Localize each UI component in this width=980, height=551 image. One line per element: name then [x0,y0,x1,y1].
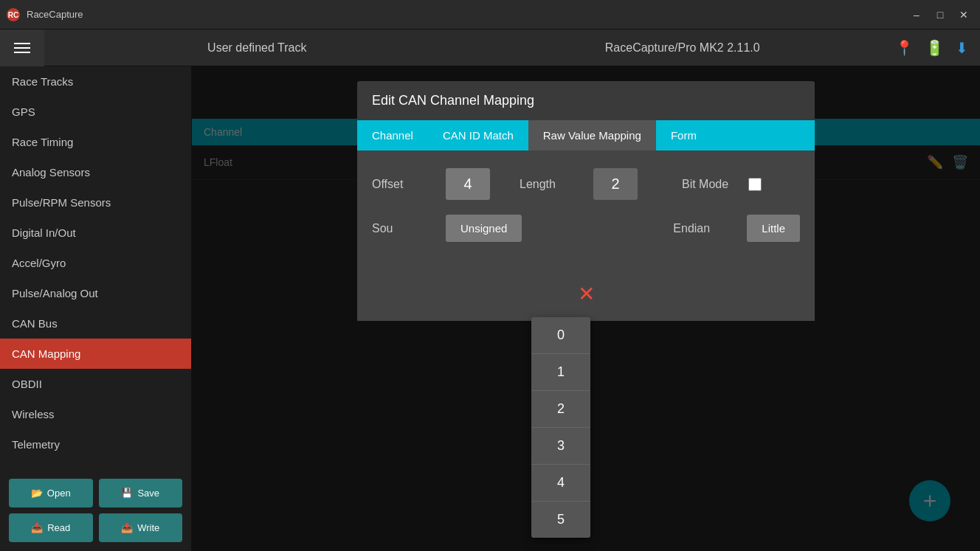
save-button[interactable]: 💾 Save [99,479,183,507]
dropdown-item-0[interactable]: 0 [531,317,590,354]
save-icon: 💾 [121,488,133,499]
write-button[interactable]: 📤 Write [99,513,183,542]
tab-can-id-match[interactable]: CAN ID Match [428,120,528,150]
device-label: RaceCapture/Pro MK2 2.11.0 [470,41,896,55]
tab-raw-value-mapping[interactable]: Raw Value Mapping [528,120,656,150]
sidebar-item-race-timing[interactable]: Race Timing [0,127,191,157]
location-icon[interactable]: 📍 [895,39,914,57]
read-label: Read [47,522,70,533]
title-bar: RC RaceCapture – □ ✕ [0,0,980,30]
hamburger-button[interactable] [0,30,44,66]
dropdown-item-2[interactable]: 2 [531,391,590,428]
dropdown-item-4[interactable]: 4 [531,465,590,502]
sidebar-item-can-bus[interactable]: CAN Bus [0,308,191,339]
title-bar-left: RC RaceCapture [6,7,83,22]
app-logo-icon: RC [6,7,21,22]
dropdown-item-3[interactable]: 3 [531,428,590,465]
minimize-button[interactable]: – [906,6,927,24]
sidebar-item-digital-inout[interactable]: Digital In/Out [0,218,191,248]
open-button[interactable]: 📂 Open [9,479,93,507]
tab-form[interactable]: Form [656,120,711,150]
sidebar-item-accel-gyro[interactable]: Accel/Gyro [0,248,191,278]
sidebar-item-analog-sensors[interactable]: Analog Sensors [0,157,191,187]
sidebar: Race Tracks GPS Race Timing Analog Senso… [0,66,192,551]
endian-value-button[interactable]: Little [747,215,800,242]
form-row-source-endian: Sou Unsigned Endian Little [372,215,800,242]
close-button[interactable]: ✕ [953,6,974,24]
open-icon: 📂 [31,488,43,499]
sidebar-item-pulse-rpm[interactable]: Pulse/RPM Sensors [0,187,191,218]
top-bar-icons: 📍 🔋 ⬇ [895,39,980,57]
bit-mode-checkbox[interactable] [748,178,762,191]
write-icon: 📤 [121,522,133,533]
edit-modal: Edit CAN Channel Mapping Channel CAN ID … [357,81,815,321]
tab-channel[interactable]: Channel [357,120,428,150]
offset-label: Offset [372,178,431,191]
maximize-button[interactable]: □ [930,6,950,24]
battery-icon: 🔋 [925,39,944,57]
form-row-offset-length: Offset 4 Length 2 Bit Mode [372,168,800,200]
sidebar-bottom: 📂 Open 💾 Save 📥 Read 📤 Write [0,470,191,551]
length-value[interactable]: 2 [593,168,638,200]
sidebar-item-race-tracks[interactable]: Race Tracks [0,66,191,97]
sidebar-nav: Race Tracks GPS Race Timing Analog Senso… [0,66,191,470]
sidebar-item-scripting[interactable]: Scripting [0,460,191,470]
modal-footer: ✕ [357,274,815,321]
download-icon[interactable]: ⬇ [956,39,968,57]
modal-tabs: Channel CAN ID Match Raw Value Mapping F… [357,120,815,150]
title-bar-controls: – □ ✕ [906,6,974,24]
sidebar-item-wireless[interactable]: Wireless [0,399,191,429]
offset-dropdown[interactable]: 0 1 2 3 4 5 [531,317,590,538]
top-bar: User defined Track RaceCapture/Pro MK2 2… [0,30,980,66]
app-title: RaceCapture [27,9,83,20]
sidebar-item-pulse-analog-out[interactable]: Pulse/Analog Out [0,278,191,308]
save-label: Save [137,488,159,499]
cancel-icon: ✕ [578,283,595,305]
read-button[interactable]: 📥 Read [9,513,93,542]
svg-text:RC: RC [8,11,18,19]
main-layout: Race Tracks GPS Race Timing Analog Senso… [0,66,980,551]
bit-mode-label: Bit Mode [682,178,741,191]
read-icon: 📥 [31,522,43,533]
endian-label: Endian [673,222,732,235]
sidebar-item-gps[interactable]: GPS [0,97,191,127]
sidebar-item-telemetry[interactable]: Telemetry [0,429,191,460]
track-label: User defined Track [44,41,470,55]
modal-title: Edit CAN Channel Mapping [357,81,815,120]
hamburger-icon [14,43,30,53]
source-type-button[interactable]: Unsigned [446,215,522,242]
modal-body: Offset 4 Length 2 Bit Mode Sou Unsigned [357,150,815,274]
open-label: Open [47,488,71,499]
dropdown-item-5[interactable]: 5 [531,502,590,538]
length-label: Length [520,178,579,191]
cancel-button[interactable]: ✕ [578,282,595,306]
offset-value[interactable]: 4 [446,168,490,200]
sidebar-item-can-mapping[interactable]: CAN Mapping [0,339,191,369]
bit-mode-area: Bit Mode [682,178,762,191]
source-label: Sou [372,222,431,235]
content-area: CAN channels ON Channel LFloat 0.0 - 0.1… [192,66,980,551]
write-label: Write [137,522,159,533]
sidebar-item-obdii[interactable]: OBDII [0,369,191,399]
dropdown-item-1[interactable]: 1 [531,354,590,391]
